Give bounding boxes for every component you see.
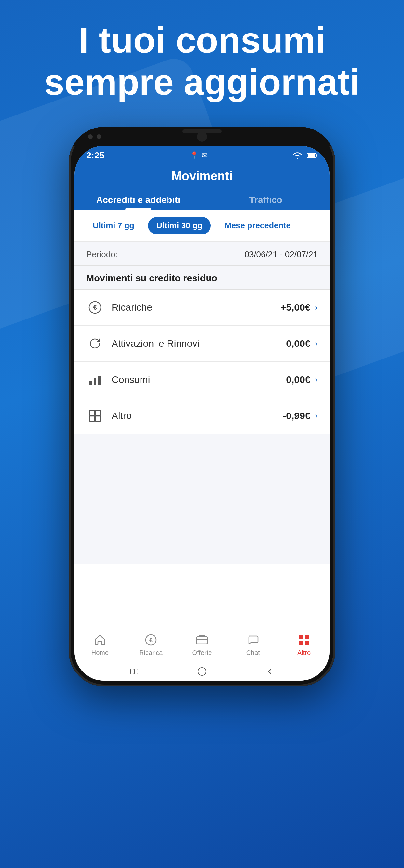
bottom-nav: Home € Ricarica bbox=[74, 628, 330, 661]
list-item-consumi[interactable]: Consumi 0,00€ › bbox=[74, 362, 330, 398]
ricarica-nav-icon: € bbox=[144, 633, 158, 647]
ricariche-icon: € bbox=[86, 299, 104, 316]
consumi-icon bbox=[86, 371, 104, 389]
phone-screen: 2:25 📍 ✉ bbox=[74, 146, 330, 681]
tab-accrediti-label: Accrediti e addebiti bbox=[96, 195, 180, 205]
mail-icon: ✉ bbox=[202, 151, 208, 160]
nav-ricarica-label: Ricarica bbox=[139, 649, 163, 656]
hero-line1: I tuoi consumi bbox=[79, 20, 325, 61]
svg-text:€: € bbox=[149, 637, 153, 644]
filter-30gg[interactable]: Ultimi 30 gg bbox=[148, 217, 211, 234]
consumi-label: Consumi bbox=[112, 374, 286, 385]
content-area: Periodo: 03/06/21 - 02/07/21 Movimenti s… bbox=[74, 242, 330, 628]
svg-text:€: € bbox=[93, 304, 97, 311]
list-item-attivazioni[interactable]: Attivazioni e Rinnovi 0,00€ › bbox=[74, 326, 330, 362]
battery-icon bbox=[307, 153, 318, 158]
attivazioni-label: Attivazioni e Rinnovi bbox=[112, 338, 286, 349]
filter-7gg-label: Ultimi 7 gg bbox=[93, 221, 134, 230]
phone-camera bbox=[197, 132, 207, 142]
status-time: 2:25 bbox=[86, 150, 104, 161]
status-left-icons: 📍 ✉ bbox=[190, 151, 208, 160]
consumi-chevron: › bbox=[315, 375, 318, 385]
nav-home-label: Home bbox=[91, 649, 108, 656]
wifi-icon bbox=[292, 152, 302, 159]
svg-rect-10 bbox=[95, 416, 100, 421]
svg-rect-19 bbox=[131, 669, 134, 674]
svg-point-21 bbox=[198, 668, 206, 675]
attivazioni-chevron: › bbox=[315, 339, 318, 349]
svg-rect-15 bbox=[299, 635, 304, 639]
svg-rect-18 bbox=[305, 641, 309, 645]
altro-icon bbox=[86, 407, 104, 425]
list-item-altro[interactable]: Altro -0,99€ › bbox=[74, 398, 330, 434]
chat-icon bbox=[246, 633, 260, 647]
filter-bar: Ultimi 7 gg Ultimi 30 gg Mese precedente bbox=[74, 210, 330, 242]
android-nav-bar bbox=[74, 661, 330, 681]
altro-label: Altro bbox=[112, 410, 283, 421]
svg-rect-13 bbox=[197, 637, 207, 644]
ricariche-value: +5,00€ bbox=[280, 302, 311, 313]
svg-rect-1 bbox=[308, 154, 315, 157]
tab-traffico[interactable]: Traffico bbox=[202, 189, 330, 210]
ricariche-chevron: › bbox=[315, 303, 318, 313]
filter-7gg[interactable]: Ultimi 7 gg bbox=[84, 217, 143, 234]
status-right-icons bbox=[292, 152, 318, 159]
hero-line2: sempre aggiornati bbox=[44, 62, 360, 102]
svg-rect-5 bbox=[94, 378, 96, 385]
attivazioni-value: 0,00€ bbox=[286, 338, 310, 349]
section-title: Movimenti su credito residuo bbox=[86, 273, 217, 283]
status-bar: 2:25 📍 ✉ bbox=[74, 146, 330, 164]
ricariche-label: Ricariche bbox=[112, 302, 280, 313]
svg-rect-9 bbox=[89, 416, 95, 421]
sensor-dot-1 bbox=[88, 134, 93, 139]
svg-rect-4 bbox=[89, 381, 92, 385]
list-item-ricariche[interactable]: € Ricariche +5,00€ › bbox=[74, 289, 330, 326]
nav-altro-label: Altro bbox=[297, 649, 311, 656]
nav-offerte[interactable]: Offerte bbox=[177, 628, 228, 660]
attivazioni-icon bbox=[86, 335, 104, 352]
svg-rect-16 bbox=[305, 635, 309, 639]
hero-text: I tuoi consumi sempre aggiornati bbox=[0, 20, 404, 103]
location-icon: 📍 bbox=[190, 151, 198, 160]
section-header: Movimenti su credito residuo bbox=[74, 266, 330, 289]
sensor-dot-2 bbox=[97, 134, 101, 139]
period-value: 03/06/21 - 02/07/21 bbox=[244, 250, 318, 259]
nav-home[interactable]: Home bbox=[74, 628, 126, 660]
offerte-icon bbox=[195, 633, 209, 647]
altro-chevron: › bbox=[315, 411, 318, 421]
empty-space bbox=[74, 434, 330, 564]
android-home-btn[interactable] bbox=[196, 665, 208, 677]
altro-nav-icon bbox=[297, 633, 311, 647]
tab-traffico-label: Traffico bbox=[249, 195, 282, 205]
android-back-btn[interactable] bbox=[264, 665, 276, 677]
phone-top-bar bbox=[69, 127, 335, 146]
nav-offerte-label: Offerte bbox=[192, 649, 212, 656]
phone-frame: 2:25 📍 ✉ bbox=[69, 127, 335, 686]
android-recents-btn[interactable] bbox=[128, 665, 140, 677]
nav-chat-label: Chat bbox=[246, 649, 260, 656]
svg-rect-7 bbox=[89, 410, 95, 415]
nav-ricarica[interactable]: € Ricarica bbox=[126, 628, 177, 660]
svg-rect-17 bbox=[299, 641, 304, 645]
tabs-bar: Accrediti e addebiti Traffico bbox=[74, 189, 330, 210]
tab-accrediti[interactable]: Accrediti e addebiti bbox=[74, 189, 202, 210]
svg-rect-20 bbox=[135, 669, 138, 674]
svg-rect-6 bbox=[98, 376, 100, 385]
filter-mese-prec-label: Mese precedente bbox=[224, 221, 290, 230]
nav-chat[interactable]: Chat bbox=[227, 628, 278, 660]
period-row: Periodo: 03/06/21 - 02/07/21 bbox=[74, 242, 330, 266]
svg-rect-8 bbox=[95, 410, 100, 415]
app-title: Movimenti bbox=[86, 169, 318, 189]
altro-value: -0,99€ bbox=[283, 410, 310, 421]
nav-altro[interactable]: Altro bbox=[278, 628, 330, 660]
home-icon bbox=[93, 633, 107, 647]
filter-30gg-label: Ultimi 30 gg bbox=[156, 221, 203, 230]
period-label: Periodo: bbox=[86, 250, 118, 259]
consumi-value: 0,00€ bbox=[286, 374, 310, 385]
filter-mese-prec[interactable]: Mese precedente bbox=[216, 217, 299, 234]
app-header: Movimenti bbox=[74, 164, 330, 189]
phone-sensors bbox=[88, 134, 101, 139]
